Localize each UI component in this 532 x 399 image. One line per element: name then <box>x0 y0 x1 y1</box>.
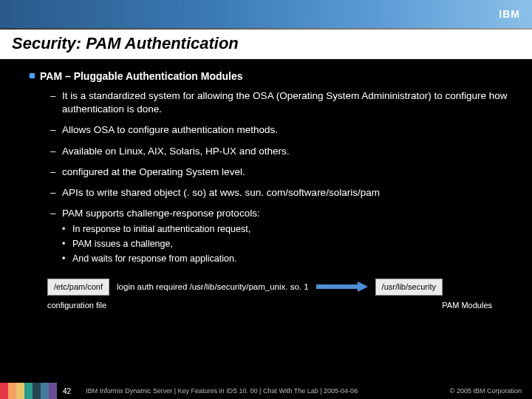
copyright: © 2005 IBM Corporation <box>450 387 532 395</box>
dot-list: In response to initial authentication re… <box>30 223 510 265</box>
slide-title: Security: PAM Authentication <box>0 30 532 59</box>
config-line: login auth required /usr/lib/security/pa… <box>117 282 309 293</box>
svg-marker-1 <box>358 282 368 292</box>
list-item: PAM issues a challenge, <box>62 238 510 250</box>
modules-box: /usr/lib/security <box>375 279 443 296</box>
list-item: It is a standardized system for allowing… <box>50 89 510 116</box>
ibm-logo: IBM <box>499 8 520 20</box>
arrow-icon <box>316 282 368 292</box>
list-item: Available on Linux, AIX, Solaris, HP-UX … <box>50 145 510 158</box>
config-box: /etc/pam/conf <box>47 279 109 296</box>
header-band: IBM <box>0 0 532 28</box>
list-item: Allows OSA to configure authentication m… <box>50 123 510 137</box>
slide-content: PAM – Pluggable Authentication Modules I… <box>0 59 532 311</box>
diagram-labels: configuration file PAM Modules <box>47 300 497 311</box>
svg-rect-0 <box>316 284 358 289</box>
color-blocks <box>0 383 57 399</box>
diagram-row: /etc/pam/conf login auth required /usr/l… <box>47 279 510 296</box>
list-item: configured at the Operating System level… <box>50 166 510 179</box>
list-item: And waits for response from application. <box>62 253 510 265</box>
config-label: configuration file <box>47 300 106 311</box>
list-item: In response to initial authentication re… <box>62 223 510 236</box>
main-bullet: PAM – Pluggable Authentication Modules <box>30 69 510 83</box>
slide-number: 42 <box>63 387 71 395</box>
modules-label: PAM Modules <box>442 300 492 311</box>
slide-footer: 42 IBM Informix Dynamic Server | Key Fea… <box>0 383 532 399</box>
list-item: APIs to write shared object (. so) at ww… <box>50 186 510 200</box>
list-item: PAM supports challenge-response protocol… <box>50 207 510 220</box>
dash-list: It is a standardized system for allowing… <box>30 89 510 221</box>
footer-text: IBM Informix Dynamic Server | Key Featur… <box>86 387 450 395</box>
